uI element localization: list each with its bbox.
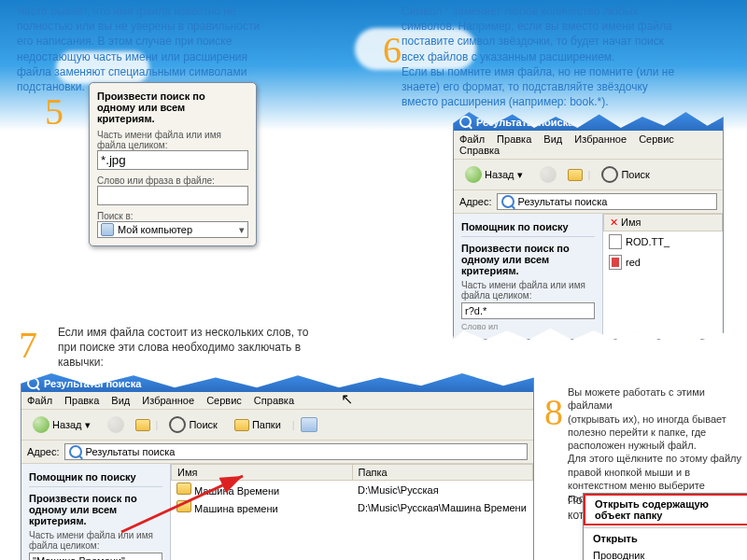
pane-heading: Произвести поиск по одному или всем крит… [97, 91, 248, 124]
result-row[interactable]: ROD.TT_ [603, 231, 723, 252]
toolbar[interactable]: Назад ▾ | Поиск Папки | [21, 410, 533, 441]
pane-filename-label: Часть имени файла или имя файла целиком: [97, 130, 248, 150]
pane-heading: Произвести поиск по одному или всем крит… [461, 243, 595, 276]
result-row[interactable]: Машина Времени D:\Music\Русская [171, 481, 533, 498]
folder-icon [176, 500, 191, 512]
column-name[interactable]: Имя [172, 465, 353, 481]
computer-icon [101, 223, 114, 236]
file-icon [609, 234, 622, 249]
address-label: Адрес: [459, 196, 492, 207]
folders-button[interactable]: Папки [229, 416, 287, 434]
lookin-value: Мой компьютер [118, 224, 239, 235]
menu-bar[interactable]: Файл Правка Вид Избранное Сервис Справка [454, 131, 723, 160]
address-bar: Адрес: Результаты поиска [21, 441, 533, 464]
filename-input[interactable] [97, 150, 248, 170]
result-row[interactable]: red [603, 252, 723, 273]
ctx-open[interactable]: Открыть [584, 530, 747, 547]
pane-phrase-label: Слово или фраза в файле: [97, 175, 248, 186]
column-name[interactable]: ✕ Имя [604, 215, 723, 231]
filename-input[interactable] [461, 302, 595, 319]
search-icon [27, 377, 39, 389]
window-titlebar: Результаты поиска [21, 374, 533, 392]
tip5-text: Часто бывает, что имя файла известно не … [17, 4, 353, 94]
tip7-text: Если имя файла состоит из нескольких сло… [58, 325, 366, 371]
filename-input[interactable] [29, 553, 162, 560]
folder-icon [176, 483, 191, 495]
tip6-text: Символ * заменяет любое количество любых… [402, 4, 728, 109]
back-button[interactable]: Назад ▾ [459, 163, 529, 186]
tip8-number: 8 [544, 390, 563, 434]
back-button[interactable]: Назад ▾ [27, 413, 96, 436]
up-icon[interactable] [568, 169, 583, 181]
search-button[interactable]: Поиск [596, 163, 655, 186]
file-icon [609, 255, 622, 270]
pane-filename-label: Часть имени файла или имя файла целиком: [461, 280, 595, 301]
tip7-number: 7 [19, 323, 37, 367]
views-icon[interactable] [301, 417, 317, 432]
ctx-explorer[interactable]: Проводник [584, 547, 747, 560]
helper-title: Помощник по поиску [29, 471, 162, 486]
result-row[interactable]: Машина времени D:\Music\Русская\Машина В… [171, 498, 533, 516]
address-value: Результаты поиска [86, 446, 176, 457]
search-icon [69, 445, 82, 458]
phrase-input[interactable] [97, 186, 248, 205]
search-icon [459, 116, 472, 128]
context-menu: Открыть содержащую объект папку Открыть … [583, 493, 747, 560]
column-folder[interactable]: Папка [352, 465, 533, 481]
helper-title: Помощник по поиску [461, 221, 595, 236]
pane-filename-label: Часть имени файла или имя файла целиком: [29, 530, 162, 551]
address-label: Адрес: [27, 446, 60, 457]
toolbar[interactable]: Назад ▾ | Поиск [454, 160, 723, 190]
pane-heading: Произвести поиск по одному или всем крит… [29, 493, 162, 526]
window-title: Результаты поиска [44, 378, 141, 389]
cursor-icon: ↖ [341, 390, 353, 408]
ctx-open-containing-folder[interactable]: Открыть содержащую объект папку [584, 494, 747, 525]
search-icon [501, 195, 514, 208]
tip8-text: Вы можете работать с этими файлами (откр… [568, 385, 745, 506]
address-bar: Адрес: Результаты поиска [454, 190, 723, 214]
pane-lookin-label: Поиск в: [97, 211, 248, 221]
search-button[interactable]: Поиск [163, 413, 222, 436]
up-icon[interactable] [135, 419, 150, 431]
tip5-number: 5 [45, 90, 63, 133]
address-value: Результаты поиска [518, 196, 608, 207]
chevron-down-icon[interactable]: ▾ [239, 224, 245, 236]
tip6-number: 6 [383, 28, 402, 72]
menu-bar[interactable]: Файл Правка Вид Избранное Сервис Справка [21, 392, 533, 410]
